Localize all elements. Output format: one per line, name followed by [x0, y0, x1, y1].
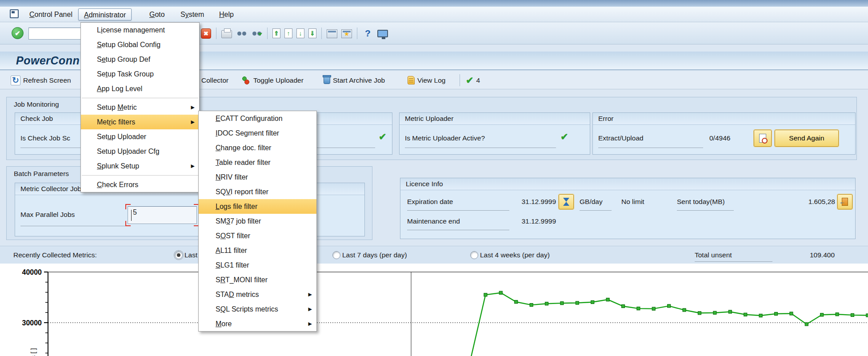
previous-page-icon[interactable]: ↑ [284, 28, 292, 38]
page-title: PowerConn [16, 54, 80, 67]
command-field[interactable] [28, 28, 81, 40]
refresh-screen-button[interactable]: ↻ Refresh Screen [9, 73, 73, 87]
send-again-button[interactable]: Send Again [775, 130, 839, 147]
total-unsent-label: Total unsent [695, 251, 732, 259]
history-button[interactable] [559, 194, 574, 209]
radio-label-last: Last [184, 251, 197, 259]
max-parallel-jobs-input[interactable]: 5 [128, 206, 197, 224]
archive-bin-icon [324, 76, 330, 84]
submenu-item-al11-filter[interactable]: AL11 filter [199, 243, 316, 258]
menu-item-license-management[interactable]: License management [81, 23, 199, 37]
menubar-item-goto[interactable]: Goto [147, 8, 168, 20]
submenu-item-sql-scripts-metrics[interactable]: SQL Scripts metrics▶ [199, 302, 316, 316]
menu-separator [82, 175, 198, 176]
cancel-icon[interactable]: ✖ [201, 28, 211, 39]
toggle-uploader-button[interactable]: Toggle Uploader [240, 73, 305, 87]
last-page-icon[interactable]: ⇓ [308, 28, 316, 38]
check-job-status-icon: ✔ [379, 132, 387, 142]
submenu-item-sost-filter[interactable]: SOST filter [199, 228, 316, 243]
menu-item-label: STAD metrics [216, 291, 259, 298]
menu-item-label: Change doc. filter [216, 144, 271, 152]
submenu-item-change-doc-filter[interactable]: Change doc. filter [199, 140, 316, 155]
max-parallel-jobs-label: Max Parallel Jobs [20, 211, 75, 219]
menubar-item-control-panel[interactable]: Control Panel [27, 8, 75, 20]
focus-bracket [125, 221, 131, 226]
recently-collected-label: Recently Collected Metrics: [13, 251, 97, 259]
administrator-menu: License managementSetup Global ConfigSet… [80, 22, 200, 192]
menu-item-check-errors[interactable]: Check Errors [81, 177, 199, 192]
new-session-icon[interactable] [327, 29, 337, 38]
field-underline [407, 230, 509, 230]
menubar-item-administrator[interactable]: Administrator [78, 8, 132, 20]
error-box: Error Extract/Upload 0/4946 Send Again [592, 112, 856, 155]
submenu-item-slg1-filter[interactable]: SLG1 filter [199, 258, 316, 272]
menu-item-splunk-setup[interactable]: Splunk Setup▶ [81, 159, 199, 173]
menu-item-label: Setup Global Config [97, 41, 160, 48]
start-archive-job-button[interactable]: Start Archive Job [322, 73, 387, 87]
submenu-item-table-reader-filter[interactable]: Table reader filter [199, 155, 316, 170]
menu-item-setup-group-def[interactable]: Setup Group Def [81, 52, 199, 67]
create-shortcut-icon[interactable]: ★ [341, 29, 352, 38]
submenu-item-sm37-job-filter[interactable]: SM37 job filter [199, 214, 316, 228]
box-title: Metric Uploader [400, 113, 590, 125]
customize-layout-icon[interactable] [377, 30, 388, 37]
menubar-item-help[interactable]: Help [216, 8, 236, 20]
print-icon[interactable] [221, 30, 232, 38]
gb-day-value: No limit [621, 198, 644, 206]
find-next-icon[interactable] [251, 28, 262, 39]
submenu-item-sqvi-report-filter[interactable]: SQVI report filter [199, 184, 316, 199]
radio-last-4-weeks-per-day[interactable] [470, 251, 478, 259]
submenu-arrow-icon: ▶ [191, 115, 195, 129]
submenu-item-stad-metrics[interactable]: STAD metrics▶ [199, 287, 316, 302]
menu-item-app-log-level[interactable]: App Log Level [81, 81, 199, 96]
field-underline [580, 210, 612, 211]
hourglass-icon [563, 198, 569, 206]
menubar-item-system[interactable]: System [178, 8, 207, 20]
enter-icon[interactable]: ✔ [12, 27, 24, 39]
first-page-icon[interactable]: ⇑ [272, 28, 280, 38]
metric-uploader-status-icon: ✔ [560, 132, 568, 142]
menu-item-setup-task-group[interactable]: Setup Task Group [81, 67, 199, 81]
menu-item-setup-global-config[interactable]: Setup Global Config [81, 37, 199, 52]
submenu-arrow-icon: ▶ [308, 302, 312, 316]
menu-item-label: App Log Level [97, 85, 142, 92]
menu-item-label: SRT_MONI filter [216, 276, 268, 284]
menu-item-label: More [216, 320, 232, 328]
view-log-button[interactable]: View Log [406, 73, 447, 87]
expiration-date-value: 31.12.9999 [512, 198, 556, 206]
radio-last-7-days-per-day[interactable] [332, 251, 340, 259]
submenu-item-logs-file-filter[interactable]: Logs file filter [199, 199, 316, 214]
submenu-item-idoc-segment-filter[interactable]: IDOC Segment filter [199, 126, 316, 140]
resend-button[interactable] [837, 194, 852, 209]
toggle-collector-button-partial[interactable]: Collector [200, 73, 230, 87]
find-icon[interactable] [236, 28, 247, 39]
menu-item-label: IDOC Segment filter [216, 129, 279, 137]
text-caret [131, 210, 132, 221]
field-underline [695, 261, 772, 262]
exit-door-icon [842, 198, 848, 206]
menu-item-label: Check Errors [97, 181, 138, 188]
menu-item-label: Setup Group Def [97, 56, 150, 63]
submenu-item-more[interactable]: More▶ [199, 316, 316, 331]
box-title: Error [593, 113, 855, 125]
maintenance-end-label: Maintenance end [407, 217, 460, 225]
submenu-item-ecatt-configuration[interactable]: ECATT Configuration [199, 111, 316, 126]
sap-window: Control PanelAdministratorGotoSystemHelp… [0, 0, 868, 356]
menu-item-setup-uploader[interactable]: Setup Uploader [81, 129, 199, 144]
menu-item-setup-metric[interactable]: Setup Metric▶ [81, 100, 199, 115]
menu-item-metric-filters[interactable]: Metric filters▶ [81, 115, 199, 129]
extract-upload-label: Extract/Upload [598, 134, 644, 142]
magnifier-doc-icon [759, 134, 766, 143]
help-icon[interactable]: ? [362, 28, 373, 39]
submenu-item-srt-moni-filter[interactable]: SRT_MONI filter [199, 272, 316, 287]
submenu-item-nriv-filter[interactable]: NRIV filter [199, 170, 316, 184]
licence-info-box: Licence Info Expiration date 31.12.9999 … [400, 178, 856, 239]
radio-last[interactable] [175, 251, 183, 259]
window-icon[interactable] [10, 9, 19, 18]
metric-uploader-label: Is Metric Uploader Active? [405, 134, 485, 142]
next-page-icon[interactable]: ↓ [296, 28, 304, 38]
menu-item-setup-uploader-cfg[interactable]: Setup Uploader Cfg [81, 144, 199, 159]
menu-item-label: Setup Uploader [97, 133, 146, 140]
menu-item-label: Splunk Setup [97, 162, 139, 170]
show-errors-button[interactable] [754, 130, 772, 147]
